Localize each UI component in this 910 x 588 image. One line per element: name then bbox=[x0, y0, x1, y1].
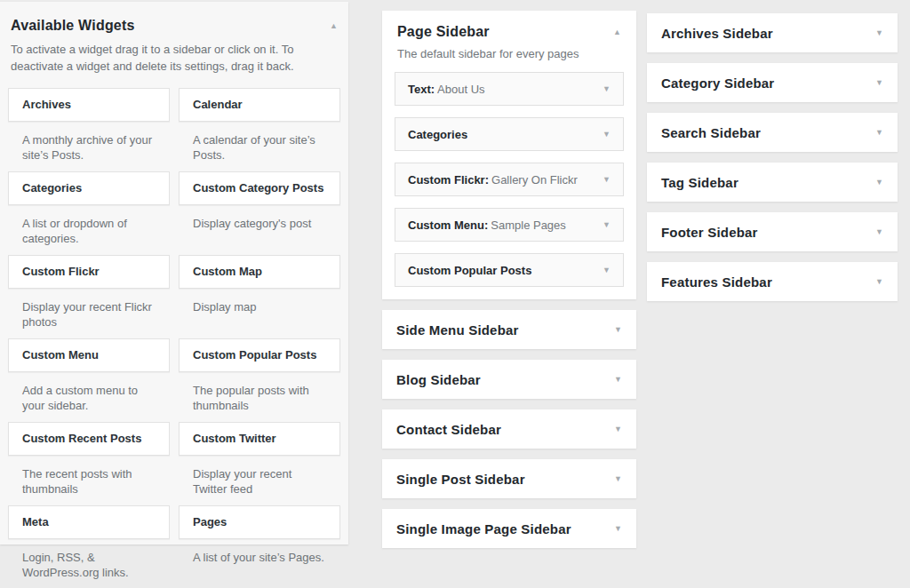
available-widgets-title: Available Widgets bbox=[11, 18, 135, 34]
available-widget-pages: Pages A list of your site’s Pages. bbox=[179, 505, 340, 588]
sidebar-title: Contact Sidebar bbox=[396, 422, 501, 437]
widget-description: The recent posts with thumbnails bbox=[8, 466, 170, 497]
widget-box[interactable]: Custom Map bbox=[179, 255, 340, 289]
sidebar-card-features[interactable]: Features Sidebar ▼ bbox=[647, 262, 898, 301]
widgets-admin-page: { "icons": { "up_arrow": "▲", "down_arro… bbox=[0, 0, 910, 588]
sidebar-title: Single Image Page Sidebar bbox=[396, 521, 571, 536]
available-widget-custom-twitter: Custom Twitter Display your recent Twitt… bbox=[179, 422, 340, 505]
widget-name: Categories bbox=[408, 128, 467, 141]
widget-name: Custom Menu: bbox=[408, 219, 488, 232]
widget-title: Text:About Us bbox=[408, 83, 485, 96]
sidebar-title: Blog Sidebar bbox=[396, 372, 481, 387]
down-arrow-icon[interactable]: ▼ bbox=[875, 79, 883, 87]
widget-box[interactable]: Meta bbox=[8, 505, 170, 539]
widget-name: Custom Popular Posts bbox=[408, 264, 531, 277]
widget-name: Pages bbox=[193, 515, 227, 528]
widget-description: Login, RSS, & WordPress.org links. bbox=[8, 550, 170, 581]
widget-box[interactable]: Categories bbox=[8, 171, 170, 205]
sidebar-card-archives[interactable]: Archives Sidebar ▼ bbox=[647, 13, 898, 52]
widget-box[interactable]: Custom Popular Posts bbox=[179, 338, 340, 372]
widget-box[interactable]: Custom Category Posts bbox=[179, 171, 340, 205]
down-arrow-icon[interactable]: ▼ bbox=[614, 425, 622, 433]
widget-name: Custom Map bbox=[193, 265, 262, 278]
down-arrow-icon[interactable]: ▼ bbox=[875, 179, 883, 187]
widget-box[interactable]: Custom Flickr bbox=[8, 255, 170, 289]
widget-description: A list or dropdown of categories. bbox=[8, 216, 170, 247]
down-arrow-icon[interactable]: ▼ bbox=[875, 228, 883, 236]
sidebar-card-single-image-page[interactable]: Single Image Page Sidebar ▼ bbox=[382, 509, 636, 548]
sidebar-title: Features Sidebar bbox=[661, 274, 772, 290]
widget-name: Custom Flickr: bbox=[408, 173, 489, 187]
widget-detail: Gallery On Flickr bbox=[491, 173, 578, 187]
widget-title: Custom Flickr:Gallery On Flickr bbox=[408, 173, 578, 187]
sidebar-card-contact[interactable]: Contact Sidebar ▼ bbox=[382, 409, 636, 449]
available-widget-custom-menu: Custom Menu Add a custom menu to your si… bbox=[8, 338, 170, 422]
widget-box[interactable]: Pages bbox=[179, 505, 340, 539]
widget-description: Display your recent Twitter feed bbox=[179, 466, 340, 497]
sidebar-title: Search Sidebar bbox=[661, 125, 761, 140]
widget-name: Categories bbox=[22, 181, 82, 195]
widget-description: Display category's post bbox=[179, 216, 340, 231]
sidebar-card-footer[interactable]: Footer Sidebar ▼ bbox=[647, 212, 898, 251]
page-sidebar-card: Page Sidebar ▲ The default sidebar for e… bbox=[382, 11, 636, 299]
sidebar-card-search[interactable]: Search Sidebar ▼ bbox=[647, 113, 898, 152]
down-arrow-icon[interactable]: ▼ bbox=[603, 266, 611, 274]
sidebar-widget-text[interactable]: Text:About Us ▼ bbox=[395, 72, 624, 106]
widget-description: Display your recent Flickr photos bbox=[8, 299, 170, 330]
widget-box[interactable]: Archives bbox=[8, 88, 170, 122]
widget-detail: Sample Pages bbox=[491, 219, 566, 232]
down-arrow-icon[interactable]: ▼ bbox=[875, 29, 883, 37]
down-arrow-icon[interactable]: ▼ bbox=[614, 475, 622, 483]
sidebar-card-single-post[interactable]: Single Post Sidebar ▼ bbox=[382, 459, 636, 498]
sidebar-title: Tag Sidebar bbox=[661, 175, 738, 190]
available-widget-custom-popular-posts: Custom Popular Posts The popular posts w… bbox=[179, 338, 340, 422]
widget-description: The popular posts with thumbnails bbox=[179, 383, 340, 414]
available-widget-archives: Archives A monthly archive of your site’… bbox=[8, 88, 170, 171]
down-arrow-icon[interactable]: ▼ bbox=[614, 376, 622, 384]
widget-box[interactable]: Custom Recent Posts bbox=[8, 422, 170, 456]
available-widget-calendar: Calendar A calendar of your site’s Posts… bbox=[179, 88, 340, 171]
widget-box[interactable]: Custom Twitter bbox=[179, 422, 340, 456]
sidebar-card-tag[interactable]: Tag Sidebar ▼ bbox=[647, 163, 898, 202]
up-arrow-icon[interactable]: ▲ bbox=[613, 28, 621, 36]
sidebar-widget-custom-menu[interactable]: Custom Menu:Sample Pages ▼ bbox=[395, 208, 624, 242]
widget-description: A list of your site’s Pages. bbox=[179, 550, 340, 565]
sidebar-title: Category Sidebar bbox=[661, 75, 774, 91]
up-arrow-icon[interactable]: ▲ bbox=[330, 22, 338, 30]
sidebar-widget-categories[interactable]: Categories ▼ bbox=[395, 117, 624, 151]
middle-sidebar-column: Page Sidebar ▲ The default sidebar for e… bbox=[382, 11, 636, 559]
sidebar-widget-custom-popular-posts[interactable]: Custom Popular Posts ▼ bbox=[395, 253, 624, 287]
page-sidebar-title: Page Sidebar bbox=[397, 24, 490, 40]
widget-name: Custom Flickr bbox=[22, 265, 100, 278]
widget-name: Calendar bbox=[193, 98, 243, 111]
widget-title: Custom Menu:Sample Pages bbox=[408, 219, 566, 232]
sidebar-card-side-menu[interactable]: Side Menu Sidebar ▼ bbox=[382, 310, 636, 349]
down-arrow-icon[interactable]: ▼ bbox=[603, 176, 611, 184]
down-arrow-icon[interactable]: ▼ bbox=[603, 131, 611, 139]
page-sidebar-header[interactable]: Page Sidebar ▲ bbox=[395, 24, 624, 40]
available-widget-categories: Categories A list or dropdown of categor… bbox=[8, 171, 170, 255]
down-arrow-icon[interactable]: ▼ bbox=[603, 221, 611, 229]
sidebar-title: Side Menu Sidebar bbox=[396, 322, 519, 338]
available-widgets-panel: Available Widgets ▲ To activate a widget… bbox=[0, 2, 348, 544]
right-sidebar-column: Archives Sidebar ▼ Category Sidebar ▼ Se… bbox=[647, 13, 898, 312]
available-widgets-grid: Archives A monthly archive of your site’… bbox=[8, 88, 340, 588]
down-arrow-icon[interactable]: ▼ bbox=[875, 278, 883, 286]
down-arrow-icon[interactable]: ▼ bbox=[603, 85, 611, 93]
sidebar-card-blog[interactable]: Blog Sidebar ▼ bbox=[382, 360, 636, 399]
widget-name: Archives bbox=[22, 98, 71, 111]
down-arrow-icon[interactable]: ▼ bbox=[614, 525, 622, 533]
sidebar-card-category[interactable]: Category Sidebar ▼ bbox=[647, 63, 898, 102]
available-widget-custom-map: Custom Map Display map bbox=[179, 255, 340, 338]
widget-description: A monthly archive of your site’s Posts. bbox=[8, 132, 170, 163]
widget-name: Custom Menu bbox=[22, 348, 99, 362]
widget-title: Custom Popular Posts bbox=[408, 264, 534, 277]
widget-box[interactable]: Calendar bbox=[179, 88, 340, 122]
sidebar-widget-custom-flickr[interactable]: Custom Flickr:Gallery On Flickr ▼ bbox=[395, 163, 624, 196]
available-widgets-header[interactable]: Available Widgets ▲ bbox=[11, 2, 338, 34]
down-arrow-icon[interactable]: ▼ bbox=[875, 129, 883, 137]
down-arrow-icon[interactable]: ▼ bbox=[614, 326, 622, 334]
widget-box[interactable]: Custom Menu bbox=[8, 338, 170, 372]
available-widget-meta: Meta Login, RSS, & WordPress.org links. bbox=[8, 505, 170, 588]
widget-title: Categories bbox=[408, 128, 470, 141]
